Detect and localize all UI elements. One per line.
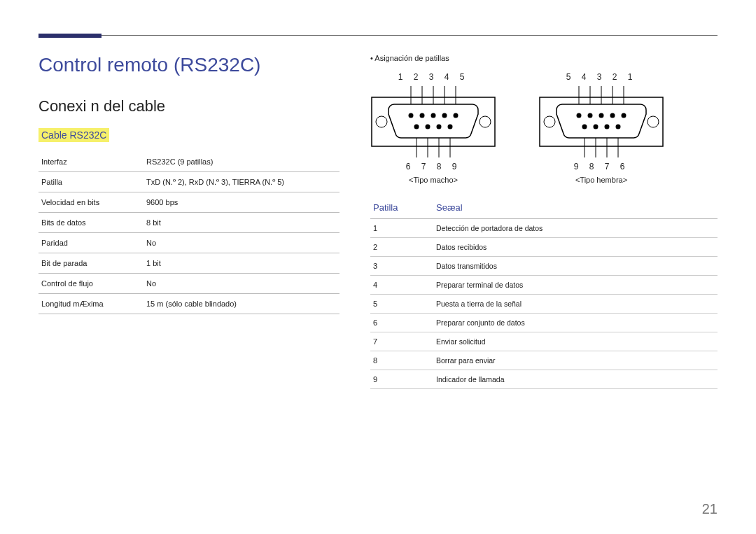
table-row: Control de flujoNo	[38, 274, 340, 294]
female-top-pin-numbers: 5 4 3 2 1	[538, 72, 664, 82]
spec-value: TxD (N.º 2), RxD (N.º 3), TIERRA (N.º 5)	[144, 172, 340, 192]
signal-pin: 6	[370, 314, 433, 332]
signal-pin: 2	[370, 238, 433, 257]
spec-value: 9600 bps	[144, 192, 340, 213]
svg-point-24	[577, 113, 582, 118]
table-row: 1Detección de portadora de datos	[370, 219, 718, 238]
signal-desc: Preparar terminal de datos	[433, 276, 718, 295]
signal-desc: Indicador de llamada	[433, 370, 718, 389]
signal-header-pin: Patilla	[373, 202, 436, 213]
svg-point-22	[544, 116, 555, 127]
svg-point-15	[426, 125, 430, 129]
spec-value: No	[144, 233, 340, 253]
table-row: 2Datos recibidos	[370, 238, 718, 257]
svg-point-26	[588, 113, 593, 118]
table-row: ParidadNo	[38, 233, 340, 253]
page-number: 21	[702, 501, 718, 517]
table-row: Longitud mÆxima15 m (sólo cable blindado…	[38, 294, 340, 314]
svg-point-28	[599, 113, 604, 118]
svg-point-7	[431, 113, 436, 118]
signal-header-signal: Seæal	[436, 202, 463, 213]
svg-point-38	[605, 125, 610, 129]
connector-diagrams: 1 2 3 4 5	[370, 72, 718, 184]
svg-point-13	[414, 125, 419, 129]
signal-desc: Datos recibidos	[433, 238, 718, 257]
svg-point-5	[420, 113, 425, 118]
signal-pin: 7	[370, 332, 433, 351]
signal-pin: 3	[370, 257, 433, 276]
spec-value: 1 bit	[144, 253, 340, 274]
female-bottom-pin-numbers: 9 8 7 6	[538, 162, 664, 171]
signal-table-header: Patilla Seæal	[370, 197, 718, 219]
svg-point-32	[622, 113, 626, 118]
spec-label: Control de flujo	[38, 274, 144, 294]
table-row: Velocidad en bits9600 bps	[38, 192, 340, 213]
signal-desc: Detección de portadora de datos	[433, 219, 718, 238]
spec-value: 8 bit	[144, 213, 340, 233]
signal-pin: 1	[370, 219, 433, 238]
spec-value: 15 m (sólo cable blindado)	[144, 294, 340, 314]
signal-table: 1Detección de portadora de datos2Datos r…	[370, 219, 718, 389]
svg-point-11	[454, 113, 458, 118]
subheading-highlight: Cable RS232C	[38, 128, 109, 142]
table-row: PatillaTxD (N.º 2), RxD (N.º 3), TIERRA …	[38, 172, 340, 192]
document-page: Control remoto (RS232C) Conexi n del cab…	[0, 0, 756, 534]
male-connector-diagram: 1 2 3 4 5	[370, 72, 496, 184]
svg-point-19	[448, 125, 453, 129]
female-caption: <Tipo hembra>	[538, 176, 664, 184]
signal-desc: Preparar conjunto de datos	[433, 314, 718, 332]
svg-point-40	[616, 125, 621, 129]
svg-point-36	[594, 125, 598, 129]
signal-pin: 9	[370, 370, 433, 389]
header-rule	[38, 35, 718, 36]
female-connector-diagram: 5 4 3 2 1	[538, 72, 664, 184]
signal-pin: 8	[370, 351, 433, 370]
table-row: Bits de datos8 bit	[38, 213, 340, 233]
svg-point-23	[648, 116, 659, 127]
svg-point-17	[437, 125, 442, 129]
svg-point-34	[582, 125, 587, 129]
spec-label: Longitud mÆxima	[38, 294, 144, 314]
table-row: 6Preparar conjunto de datos	[370, 314, 718, 332]
left-column: Control remoto (RS232C) Conexi n del cab…	[38, 54, 340, 389]
table-row: 9Indicador de llamada	[370, 370, 718, 389]
spec-label: Bits de datos	[38, 213, 144, 233]
svg-point-2	[479, 116, 491, 127]
signal-desc: Borrar para enviar	[433, 351, 718, 370]
dsub-female-icon	[538, 83, 664, 160]
table-row: 3Datos transmitidos	[370, 257, 718, 276]
signal-desc: Puesta a tierra de la señal	[433, 295, 718, 314]
male-bottom-pin-numbers: 6 7 8 9	[370, 162, 496, 171]
svg-point-30	[610, 113, 615, 118]
svg-point-9	[442, 113, 447, 118]
spec-value: No	[144, 274, 340, 294]
table-row: 4Preparar terminal de datos	[370, 276, 718, 295]
male-caption: <Tipo macho>	[370, 176, 496, 184]
signal-desc: Enviar solicitud	[433, 332, 718, 351]
table-row: 7Enviar solicitud	[370, 332, 718, 351]
signal-pin: 5	[370, 295, 433, 314]
spec-label: Velocidad en bits	[38, 192, 144, 213]
table-row: 8Borrar para enviar	[370, 351, 718, 370]
svg-point-3	[409, 113, 414, 118]
right-column: Asignación de patillas 1 2 3 4 5	[370, 54, 718, 389]
page-title: Control remoto (RS232C)	[38, 54, 340, 76]
table-row: 5Puesta a tierra de la señal	[370, 295, 718, 314]
two-column-layout: Control remoto (RS232C) Conexi n del cab…	[38, 54, 718, 389]
spec-label: Paridad	[38, 233, 144, 253]
pin-assignment-bullet: Asignación de patillas	[370, 54, 718, 62]
spec-table: InterfazRS232C (9 patillas)PatillaTxD (N…	[38, 152, 340, 314]
signal-pin: 4	[370, 276, 433, 295]
dsub-male-icon	[370, 83, 496, 160]
spec-label: Interfaz	[38, 152, 144, 172]
spec-label: Patilla	[38, 172, 144, 192]
table-row: Bit de parada1 bit	[38, 253, 340, 274]
male-top-pin-numbers: 1 2 3 4 5	[370, 72, 496, 82]
spec-label: Bit de parada	[38, 253, 144, 274]
spec-value: RS232C (9 patillas)	[144, 152, 340, 172]
section-heading: Conexi n del cable	[38, 97, 340, 115]
table-row: InterfazRS232C (9 patillas)	[38, 152, 340, 172]
signal-desc: Datos transmitidos	[433, 257, 718, 276]
svg-point-1	[376, 116, 387, 127]
